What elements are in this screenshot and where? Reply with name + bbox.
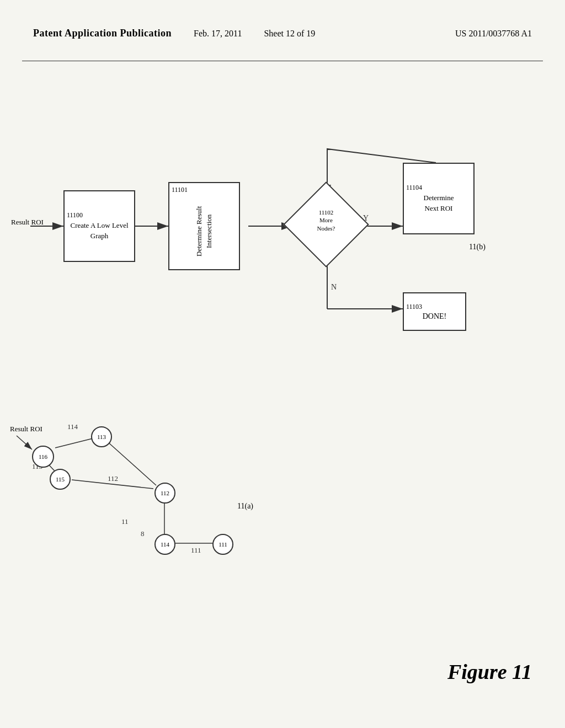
node-115-upper: 115 bbox=[50, 469, 71, 490]
box11103-id: 11103 bbox=[404, 303, 422, 311]
box11101-id: 11101 bbox=[169, 186, 188, 194]
svg-text:N: N bbox=[331, 283, 337, 291]
node-114-lower: 114 bbox=[154, 534, 175, 555]
patent-title: Patent Application Publication bbox=[33, 28, 172, 39]
node-112: 112 bbox=[154, 483, 175, 504]
svg-line-16 bbox=[108, 442, 156, 485]
svg-text:111: 111 bbox=[191, 546, 201, 554]
flowbox-11104: 11104 Determine Next ROI bbox=[403, 163, 475, 234]
result-roi-label: Result ROI bbox=[11, 218, 44, 227]
subfig-b-label: 11(b) bbox=[469, 243, 486, 251]
flowchart-arrows: Y N 114 115 112 11 8 bbox=[0, 72, 565, 728]
box11103-label: DONE! bbox=[423, 312, 447, 321]
figure-label: Figure 11 bbox=[447, 660, 532, 684]
result-roi-graph-label: Result ROI bbox=[10, 425, 42, 433]
svg-line-10 bbox=[55, 438, 93, 448]
box11104-id: 11104 bbox=[404, 184, 422, 192]
svg-line-14 bbox=[72, 480, 153, 489]
box11100-label: Create A Low Level Graph bbox=[70, 221, 128, 240]
svg-text:8: 8 bbox=[141, 529, 145, 538]
publication-date: Feb. 17, 2011 bbox=[194, 29, 242, 39]
header-divider bbox=[22, 61, 543, 61]
node-113: 113 bbox=[91, 426, 112, 447]
flowbox-11103: 11103 DONE! bbox=[403, 292, 466, 331]
box11100-id: 11100 bbox=[65, 211, 83, 220]
patent-number: US 2011/0037768 A1 bbox=[455, 29, 532, 39]
subfig-a-label: 11(a) bbox=[237, 502, 253, 511]
diamond11102-id: 11102 bbox=[319, 209, 334, 216]
page-header: Patent Application Publication Feb. 17, … bbox=[0, 28, 565, 39]
svg-text:112: 112 bbox=[108, 474, 118, 483]
flowbox-11100: 11100 Create A Low Level Graph bbox=[63, 190, 135, 262]
svg-text:11: 11 bbox=[121, 517, 129, 526]
sheet-number: Sheet 12 of 19 bbox=[264, 29, 315, 39]
box11104-label: Determine Next ROI bbox=[424, 193, 454, 213]
svg-text:114: 114 bbox=[67, 422, 78, 431]
diagram-area: Y N 114 115 112 11 8 bbox=[0, 72, 565, 728]
node-111: 111 bbox=[212, 534, 233, 555]
node-116: 116 bbox=[32, 446, 54, 468]
diamond11102-text: More Nodes? bbox=[317, 217, 335, 231]
box11101-label: Determine Result Intersection bbox=[194, 195, 214, 267]
svg-line-22 bbox=[17, 436, 32, 449]
diamond11102-label: 11102 More Nodes? bbox=[294, 208, 358, 232]
flowbox-11101: 11101 Determine Result Intersection bbox=[168, 182, 240, 270]
